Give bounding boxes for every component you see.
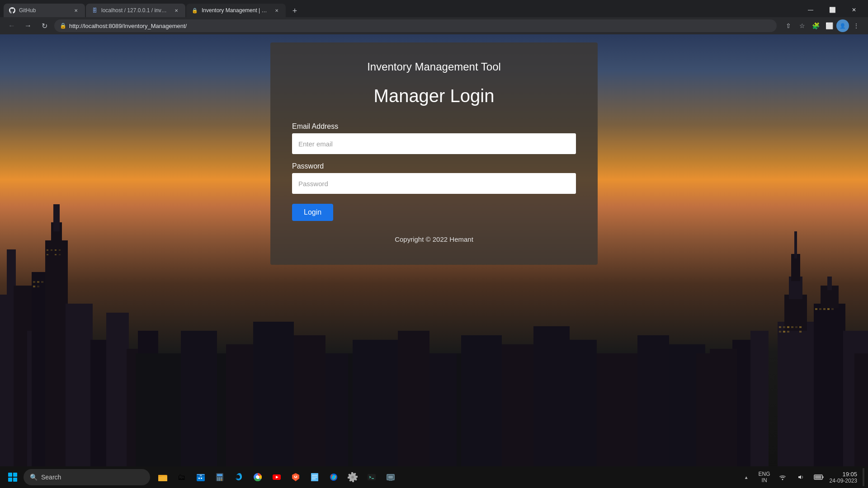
github-favicon (9, 7, 15, 14)
taskbar-search-bar[interactable]: 🔍 Search (24, 469, 150, 485)
show-desktop-button[interactable] (863, 468, 864, 486)
minimize-button[interactable]: — (800, 3, 821, 17)
svg-rect-14 (47, 249, 48, 251)
profile-button[interactable]: 👤 (836, 19, 849, 32)
tab-github-close[interactable]: ✕ (72, 7, 80, 14)
tab-github[interactable]: GitHub ✕ (4, 4, 85, 17)
brave-icon (291, 472, 301, 482)
edge-icon (234, 472, 244, 482)
svg-rect-46 (795, 326, 797, 328)
svg-rect-76 (158, 475, 162, 477)
notes-icon (310, 472, 320, 482)
network-icon[interactable] (775, 470, 790, 484)
tab-inventory-login[interactable]: 🔒 Inventory Management | Login ✕ (186, 4, 286, 17)
start-button[interactable] (4, 468, 22, 486)
terminal-icon (367, 472, 377, 482)
svg-point-106 (351, 476, 354, 479)
taskbar-app-folder[interactable]: 🗂 (173, 468, 191, 486)
taskbar-app-calculator[interactable] (211, 468, 229, 486)
taskbar-search-label: Search (41, 474, 61, 481)
svg-rect-51 (799, 331, 802, 333)
tray-chevron[interactable]: ▲ (739, 470, 754, 484)
close-button[interactable]: ✕ (844, 3, 864, 17)
taskbar-app-calendar[interactable]: 24 (192, 468, 210, 486)
svg-point-93 (256, 476, 259, 479)
taskbar-app-edge[interactable] (230, 468, 248, 486)
svg-rect-7 (53, 204, 60, 231)
back-button[interactable]: ← (5, 19, 18, 32)
svg-rect-8 (66, 304, 93, 466)
svg-rect-66 (461, 335, 502, 466)
svg-rect-4 (32, 272, 47, 466)
battery-icon[interactable] (811, 470, 826, 484)
taskbar-app-brave[interactable] (287, 468, 305, 486)
reload-button[interactable]: ↻ (38, 19, 51, 32)
email-label: Email Address (292, 122, 576, 131)
svg-rect-101 (312, 475, 317, 476)
svg-rect-50 (787, 331, 789, 333)
taskbar-app-gear[interactable] (344, 468, 362, 486)
copyright-text: Copyright © 2022 Hemant (292, 235, 576, 243)
windows-logo-icon (8, 473, 17, 482)
password-input[interactable] (292, 173, 576, 194)
share-button[interactable]: ⇧ (782, 19, 795, 32)
svg-rect-30 (794, 231, 797, 258)
svg-rect-84 (217, 474, 222, 476)
taskbar-app-vmware[interactable] (382, 468, 400, 486)
taskbar-app-terminal[interactable] (363, 468, 381, 486)
svg-rect-45 (791, 326, 793, 328)
forward-button[interactable]: → (22, 19, 34, 32)
svg-rect-37 (750, 331, 769, 466)
taskbar-app-youtube[interactable] (268, 468, 286, 486)
app-title: Inventory Management Tool (292, 61, 576, 73)
svg-rect-79 (198, 478, 200, 479)
email-input[interactable] (292, 133, 576, 154)
folder-icon: 🗂 (177, 472, 187, 482)
split-view-button[interactable]: ⬜ (823, 19, 835, 32)
lock-icon: 🔒 (60, 23, 66, 29)
taskbar-app-explorer[interactable] (154, 468, 172, 486)
clock-display[interactable]: 19:05 24-09-2023 (830, 471, 857, 484)
svg-rect-21 (33, 281, 35, 283)
svg-point-99 (296, 476, 297, 477)
svg-rect-23 (41, 281, 43, 283)
extensions-button[interactable]: 🧩 (809, 19, 822, 32)
maximize-button[interactable]: ⬜ (822, 3, 843, 17)
svg-point-87 (221, 478, 222, 479)
tab-inventory-title: Inventory Management | Login (202, 7, 269, 14)
svg-rect-117 (815, 476, 821, 479)
svg-rect-42 (779, 326, 781, 328)
svg-rect-17 (59, 249, 61, 251)
address-bar-actions: ⇧ ☆ 🧩 ⬜ 👤 ⋮ (782, 19, 863, 32)
svg-rect-26 (778, 322, 814, 466)
tab-inventory-close[interactable]: ✕ (273, 7, 280, 14)
volume-icon[interactable] (793, 470, 808, 484)
svg-rect-80 (201, 478, 202, 479)
firefox-icon (329, 472, 339, 482)
tab-localhost[interactable]: 🗄 localhost / 127.0.0.1 / inventory... ✕ (86, 4, 185, 17)
taskbar-app-firefox[interactable] (325, 468, 343, 486)
svg-point-86 (219, 478, 221, 479)
svg-rect-58 (181, 331, 217, 466)
new-tab-button[interactable]: + (288, 5, 301, 17)
svg-rect-22 (37, 281, 39, 283)
menu-button[interactable]: ⋮ (850, 19, 863, 32)
bookmark-button[interactable]: ☆ (796, 19, 808, 32)
svg-rect-31 (814, 304, 845, 466)
svg-point-98 (294, 476, 295, 477)
svg-rect-111 (388, 476, 393, 479)
password-label: Password (292, 162, 576, 170)
chrome-icon (253, 472, 263, 482)
address-bar[interactable]: 🔒 http://localhost:8089/Inventory_Manage… (54, 19, 777, 32)
tab-localhost-close[interactable]: ✕ (173, 7, 180, 14)
svg-rect-75 (158, 476, 167, 481)
lang-secondary: IN (762, 477, 767, 483)
tab-github-title: GitHub (19, 7, 69, 14)
taskbar-app-chrome[interactable] (249, 468, 267, 486)
svg-rect-48 (779, 331, 781, 333)
login-button[interactable]: Login (292, 204, 333, 221)
youtube-icon (272, 472, 282, 482)
taskbar-app-notes[interactable] (306, 468, 324, 486)
language-indicator[interactable]: ENG IN (757, 470, 772, 484)
address-bar-row: ← → ↻ 🔒 http://localhost:8089/Inventory_… (0, 17, 868, 34)
